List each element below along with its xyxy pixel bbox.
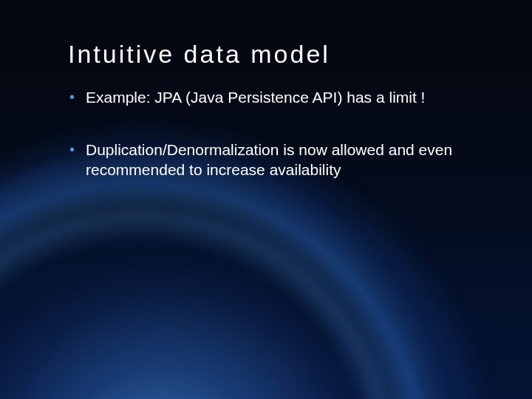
background-glow-arc: [0, 163, 443, 399]
bullet-item: Example: JPA (Java Persistence API) has …: [68, 88, 479, 108]
bullet-item: Duplication/Denormalization is now allow…: [68, 140, 479, 180]
slide-title: Intuitive data model: [68, 40, 479, 69]
slide-content: Intuitive data model Example: JPA (Java …: [0, 0, 532, 180]
slide: Intuitive data model Example: JPA (Java …: [0, 0, 532, 399]
bullet-list: Example: JPA (Java Persistence API) has …: [68, 88, 479, 180]
